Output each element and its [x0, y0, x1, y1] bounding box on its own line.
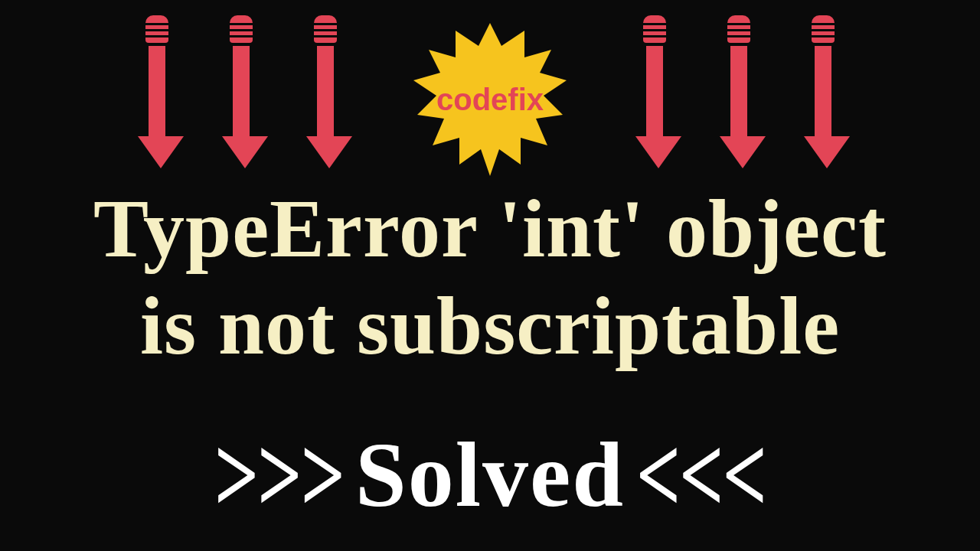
down-arrow-icon	[138, 15, 176, 168]
solved-word: Solved	[355, 424, 625, 526]
title-line-2: is not subscriptable	[0, 277, 980, 374]
arrows-right-group	[635, 15, 842, 168]
badge-label: codefix	[436, 83, 544, 117]
down-arrow-icon	[222, 15, 260, 168]
arrows-left-group	[138, 15, 345, 168]
down-arrow-icon	[306, 15, 345, 168]
solved-footer: >>>Solved<<<	[0, 422, 980, 528]
chevrons-right-icon: <<<	[636, 412, 766, 539]
error-title: TypeError 'int' object is not subscripta…	[0, 180, 980, 375]
down-arrow-icon	[804, 15, 842, 168]
down-arrow-icon	[720, 15, 758, 168]
badge-starburst: codefix	[390, 23, 590, 176]
down-arrow-icon	[635, 15, 674, 168]
chevrons-left-icon: >>>	[214, 412, 344, 539]
title-line-1: TypeError 'int' object	[0, 180, 980, 277]
